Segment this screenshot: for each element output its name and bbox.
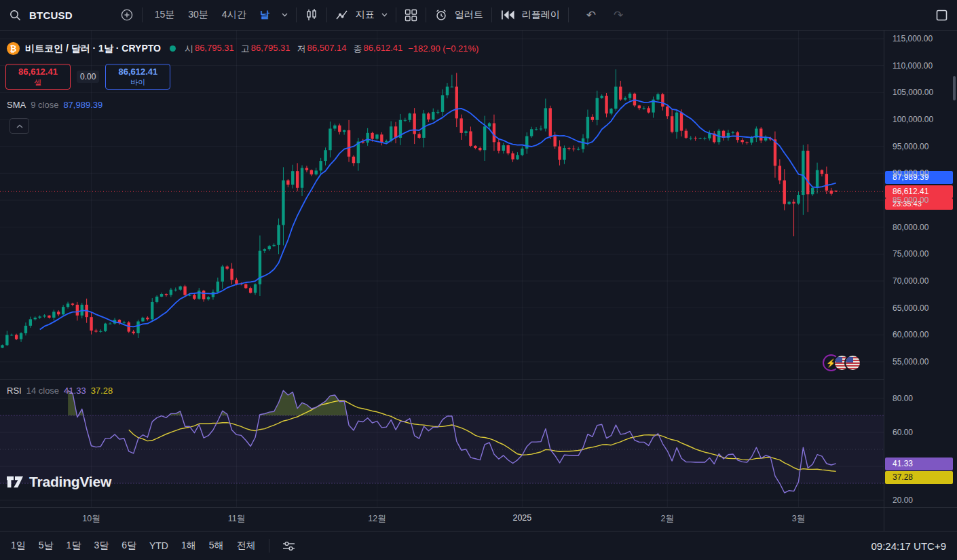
price-tick: 65,000.00 bbox=[893, 303, 928, 314]
tradingview-app: BTCUSD 15분30분4시간날 지표 bbox=[0, 0, 957, 560]
symbol-name[interactable]: BTCUSD bbox=[29, 10, 73, 21]
alert-label: 얼러트 bbox=[455, 9, 483, 21]
rsi-tick: 80.00 bbox=[893, 393, 913, 404]
range-button-6달[interactable]: 6달 bbox=[121, 540, 136, 552]
time-label-12월[interactable]: 12월 bbox=[360, 513, 393, 525]
price-tick: 90,000.00 bbox=[893, 168, 928, 179]
chart-area[interactable]: ₿ 비트코인 / 달러 · 1날 · CRYPTO 시86,795.31고86,… bbox=[0, 31, 884, 507]
rsi-name: RSI bbox=[7, 386, 22, 396]
sell-price: 86,612.41 bbox=[18, 67, 58, 77]
ohlc-item: 고86,795.31 bbox=[241, 43, 290, 55]
range-button-1해[interactable]: 1해 bbox=[181, 540, 196, 552]
ohlc-value: 86,612.41 bbox=[363, 43, 402, 55]
sma-name: SMA bbox=[7, 100, 26, 110]
time-label-2월[interactable]: 2월 bbox=[651, 513, 683, 525]
ohlc-label: 저 bbox=[297, 43, 306, 55]
axis-corner bbox=[884, 507, 957, 531]
buy-price: 86,612.41 bbox=[118, 67, 157, 77]
ohlc-label: 시 bbox=[185, 43, 193, 55]
time-label-3월[interactable]: 3월 bbox=[782, 513, 814, 525]
interval-button-4시간[interactable]: 4시간 bbox=[222, 9, 246, 21]
sell-button[interactable]: 86,612.41 셀 bbox=[5, 64, 71, 90]
indicators-icon bbox=[335, 8, 349, 22]
rsi-tick: 60.00 bbox=[893, 427, 913, 438]
range-button-전체[interactable]: 전체 bbox=[237, 540, 256, 552]
redo-icon[interactable]: ↷ bbox=[614, 8, 623, 22]
toolbar-divider bbox=[142, 7, 143, 22]
collapse-legend-button[interactable] bbox=[10, 118, 29, 134]
price-scale-scrollbar[interactable] bbox=[953, 76, 956, 100]
replay-label: 리플레이 bbox=[522, 9, 560, 21]
price-tick: 115,000.00 bbox=[893, 33, 933, 44]
rsi-ma-value-badge: 37.28 bbox=[885, 471, 953, 484]
toolbar-divider bbox=[326, 7, 327, 22]
time-label-2025[interactable]: 2025 bbox=[506, 513, 538, 523]
range-button-1달[interactable]: 1달 bbox=[67, 540, 81, 552]
interval-button-30분[interactable]: 30분 bbox=[188, 9, 208, 21]
ohlc-item: 시86,795.31 bbox=[185, 43, 234, 55]
bottom-divider bbox=[269, 539, 269, 553]
toolbar-divider bbox=[396, 7, 396, 22]
price-tick: 55,000.00 bbox=[893, 356, 928, 367]
rsi-params: 14 close bbox=[26, 386, 59, 396]
compare-add-icon[interactable] bbox=[120, 8, 134, 22]
watermark-text: TradingView bbox=[29, 474, 111, 490]
range-button-5해[interactable]: 5해 bbox=[209, 540, 224, 552]
session-clock[interactable]: 09:24:17 UTC+9 bbox=[871, 540, 947, 552]
rsi-pane[interactable] bbox=[0, 380, 884, 507]
interval-group: 15분30분4시간날 bbox=[151, 9, 274, 21]
indicators-caret-icon bbox=[381, 13, 388, 17]
search-icon[interactable] bbox=[10, 10, 21, 21]
pane-separator[interactable] bbox=[0, 379, 884, 380]
rsi-ma-value: 37.28 bbox=[91, 386, 113, 396]
time-label-10월[interactable]: 10월 bbox=[75, 513, 108, 525]
sma-legend[interactable]: SMA 9 close 87,989.39 bbox=[7, 100, 102, 110]
go-to-date-icon[interactable] bbox=[282, 541, 295, 551]
toolbar-divider bbox=[296, 7, 297, 22]
flag-badge-icon[interactable] bbox=[844, 354, 861, 371]
ohlc-value: 86,795.31 bbox=[251, 43, 290, 55]
range-button-3달[interactable]: 3달 bbox=[94, 540, 109, 552]
indicators-button[interactable]: 지표 bbox=[335, 8, 388, 22]
market-status-dot[interactable] bbox=[170, 45, 176, 52]
time-label-11월[interactable]: 11월 bbox=[220, 513, 252, 525]
toolbar-divider bbox=[426, 7, 426, 22]
ohlc-item: 종86,612.41 bbox=[353, 43, 402, 55]
replay-button[interactable]: 리플레이 bbox=[500, 9, 560, 21]
range-button-YTD[interactable]: YTD bbox=[149, 540, 168, 551]
range-button-1일[interactable]: 1일 bbox=[11, 540, 26, 552]
top-toolbar: BTCUSD 15분30분4시간날 지표 bbox=[0, 0, 957, 31]
chart-type-candles-icon[interactable] bbox=[305, 8, 318, 22]
interval-button-날[interactable]: 날 bbox=[260, 9, 269, 21]
alert-button[interactable]: 얼러트 bbox=[434, 8, 483, 22]
rsi-legend[interactable]: RSI 14 close 41.33 37.28 bbox=[7, 386, 113, 396]
sell-label: 셀 bbox=[35, 77, 42, 88]
toolbar-divider bbox=[568, 7, 569, 22]
fullscreen-icon[interactable] bbox=[936, 10, 947, 21]
price-tick: 95,000.00 bbox=[893, 141, 928, 152]
range-button-5날[interactable]: 5날 bbox=[39, 540, 54, 552]
price-change: −182.90 (−0.21%) bbox=[408, 43, 478, 54]
ohlc-value: 86,795.31 bbox=[195, 43, 234, 55]
sma-params: 9 close bbox=[31, 100, 58, 110]
rsi-value: 41.33 bbox=[64, 386, 86, 396]
sma-value: 87,989.39 bbox=[63, 100, 102, 110]
interval-menu-caret-icon[interactable] bbox=[282, 13, 288, 17]
tradingview-watermark: TradingView bbox=[5, 474, 111, 490]
buy-label: 바이 bbox=[130, 77, 145, 88]
undo-icon[interactable]: ↶ bbox=[586, 8, 596, 22]
time-axis[interactable]: 10월11월12월20252월3월 bbox=[0, 507, 884, 531]
price-axis[interactable]: 87,989.39 86,612.41 23:35:43 41.33 37.28… bbox=[884, 31, 957, 507]
bitcoin-icon: ₿ bbox=[7, 42, 20, 55]
buy-button[interactable]: 86,612.41 바이 bbox=[105, 64, 170, 90]
ohlc-values: 시86,795.31고86,795.31저86,507.14종86,612.41 bbox=[185, 43, 402, 55]
ohlc-value: 86,507.14 bbox=[307, 43, 347, 55]
alarm-clock-icon bbox=[434, 8, 448, 22]
interval-button-15분[interactable]: 15분 bbox=[155, 9, 175, 21]
price-tick: 100,000.00 bbox=[893, 114, 933, 125]
chevron-up-icon bbox=[16, 124, 23, 128]
symbol-title[interactable]: 비트코인 / 달러 · 1날 · CRYPTO bbox=[25, 43, 161, 55]
ohlc-label: 종 bbox=[353, 43, 362, 55]
layout-grid-icon[interactable] bbox=[405, 9, 417, 22]
price-tick: 110,000.00 bbox=[893, 60, 933, 71]
